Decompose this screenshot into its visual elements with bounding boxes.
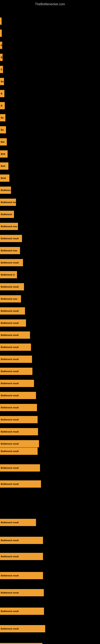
result-bar: Bottleneck result — [0, 572, 43, 579]
result-bar: Bottleneck result — [0, 553, 43, 560]
result-bar: Bottleneck result — [0, 259, 23, 266]
result-bar: Bottlenec — [0, 186, 11, 194]
result-bar: Bottleneck result — [0, 428, 38, 435]
bar-row: Bottleneck result — [0, 414, 100, 425]
bar-row: Bottleneck result — [0, 606, 100, 616]
result-bar: Bottleneck resu — [0, 247, 20, 254]
bar-row: Bottl — [0, 173, 100, 183]
result-bar: Bottleneck result — [0, 283, 24, 290]
result-bar: Bottleneck resu — [0, 223, 18, 230]
bar-row: Bott — [0, 149, 100, 159]
result-bar: Bottleneck resu — [0, 295, 21, 302]
bar-row: Bottleneck result — [0, 624, 100, 634]
bar-row: Bottleneck result — [0, 354, 100, 364]
result-bar: B — [0, 90, 4, 97]
bar-row: Bot — [0, 137, 100, 147]
result-bar: B — [0, 54, 2, 61]
bar-row: Bottleneck result — [0, 390, 100, 400]
result-bar: E — [0, 66, 3, 73]
bar-row: Bottleneck result — [0, 427, 100, 437]
bar-row: Bottleneck result — [0, 258, 100, 268]
bar-row: Bottleneck result — [0, 282, 100, 292]
result-bar: Bottleneck result — [0, 643, 42, 644]
result-bar: Bottleneck result — [0, 404, 37, 411]
result-bar: Bottl — [0, 174, 9, 182]
result-bar: Bottleneck result — [0, 537, 43, 544]
bar-row: Bottleneck result — [0, 318, 100, 328]
result-bar: Bottleneck result — [0, 320, 26, 327]
result-bar: Bottleneck result — [0, 235, 22, 242]
bar-row: E — [0, 64, 100, 74]
result-bar: Bo — [0, 78, 4, 85]
bar-row: Bo — [0, 113, 100, 123]
result-bar: Bottleneck result — [0, 608, 44, 615]
result-bar: Bottleneck re — [0, 271, 17, 278]
bar-row — [0, 16, 100, 26]
bar-row: Bottleneck result — [0, 234, 100, 244]
result-bar — [0, 18, 1, 25]
result-bar: Bottleneck result — [0, 589, 44, 596]
result-bar: Bo — [0, 114, 5, 121]
bar-row: Bo — [0, 76, 100, 86]
result-bar: Bottleneck res — [0, 199, 16, 206]
result-bar: Bo — [0, 126, 6, 134]
bar-row: Bottleneck result — [0, 402, 100, 412]
bar-row: Bottleneck result — [0, 306, 100, 316]
bar-row: Bottleneck result — [0, 642, 100, 644]
result-bar — [0, 30, 2, 37]
bar-row: Bottleneck res — [0, 197, 100, 207]
result-bar: Bott — [0, 150, 8, 158]
bar-row: Bottleneck resu — [0, 294, 100, 304]
result-bar: Bottleneck result — [0, 332, 30, 339]
bar-row: Bottleneck — [0, 209, 100, 219]
bar-row: Bottleneck result — [0, 552, 100, 562]
bar-row: Bottleneck result — [0, 342, 100, 352]
result-bar: Bot — [0, 138, 7, 146]
bar-row: Bottleneck result — [0, 446, 100, 456]
bar-row: Bottleneck result — [0, 378, 100, 388]
bar-row: B — [0, 52, 100, 62]
bar-row: B — [0, 100, 100, 111]
bar-row — [0, 28, 100, 38]
result-bar: Bottleneck result — [0, 344, 31, 351]
bar-row: E — [0, 40, 100, 50]
result-bar: Bott — [0, 162, 8, 170]
bar-row: Bottleneck result — [0, 518, 100, 528]
bar-row: Bottlenec — [0, 185, 100, 195]
result-bar: Bottleneck result — [0, 464, 40, 472]
bar-row: Bottleneck re — [0, 270, 100, 280]
result-bar: B — [0, 102, 5, 109]
bar-row: Bottleneck result — [0, 463, 100, 473]
result-bar: Bottleneck result — [0, 448, 38, 455]
bar-row: Bottleneck resu — [0, 246, 100, 256]
result-bar: Bottleneck result — [0, 380, 34, 387]
result-bar: E — [0, 42, 2, 49]
result-bar: Bottleneck result — [0, 480, 41, 488]
result-bar: Bottleneck result — [0, 368, 32, 375]
bar-row: Bott — [0, 161, 100, 171]
result-bar: Bottleneck result — [0, 625, 45, 632]
bar-row: Bottleneck result — [0, 330, 100, 340]
bar-row: Bottleneck result — [0, 570, 100, 580]
bar-row: Bottleneck result — [0, 366, 100, 376]
bar-row: Bottleneck result — [0, 588, 100, 598]
bar-row: B — [0, 88, 100, 98]
bar-row: Bottleneck result — [0, 535, 100, 546]
site-title: TheBottlenecker.com — [0, 1, 100, 8]
result-bar: Bottleneck result — [0, 519, 36, 526]
result-bar: Bottleneck — [0, 211, 14, 218]
result-bar: Bottleneck result — [0, 356, 32, 363]
bar-row: Bottleneck result — [0, 479, 100, 489]
result-bar: Bottleneck result — [0, 392, 36, 399]
bar-row: Bo — [0, 125, 100, 135]
result-bar: Bottleneck result — [0, 307, 25, 314]
bar-row: Bottleneck resu — [0, 222, 100, 232]
result-bar: Bottleneck result — [0, 416, 38, 423]
